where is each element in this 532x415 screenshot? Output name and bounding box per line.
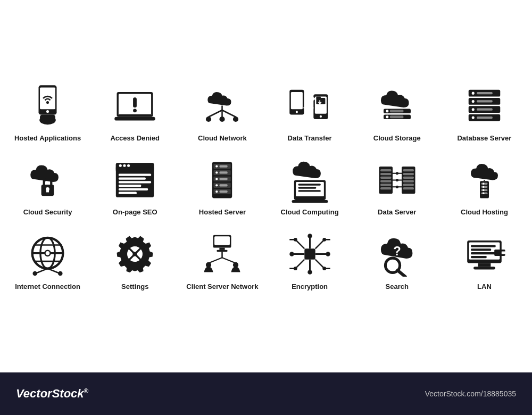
svg-point-17 xyxy=(233,117,238,122)
svg-rect-86 xyxy=(380,173,391,175)
svg-point-23 xyxy=(319,115,321,118)
search-icon: ? xyxy=(373,230,421,278)
svg-point-30 xyxy=(386,110,388,112)
svg-line-157 xyxy=(397,270,405,277)
data-transfer-icon xyxy=(286,82,334,130)
svg-rect-87 xyxy=(380,176,391,178)
svg-rect-52 xyxy=(119,173,151,176)
svg-rect-160 xyxy=(478,263,491,267)
svg-rect-127 xyxy=(220,248,225,250)
svg-point-100 xyxy=(396,172,398,175)
svg-rect-5 xyxy=(40,115,55,120)
svg-point-102 xyxy=(396,185,398,188)
icon-item-data-transfer: Data Transfer xyxy=(268,78,352,147)
svg-rect-57 xyxy=(119,192,137,194)
cloud-computing-label: Cloud Computing xyxy=(281,208,339,217)
svg-point-31 xyxy=(386,115,388,118)
svg-rect-95 xyxy=(403,184,413,186)
svg-rect-94 xyxy=(403,180,413,182)
cloud-storage-icon xyxy=(373,82,421,130)
cloud-security-label: Cloud Security xyxy=(23,208,72,217)
svg-rect-51 xyxy=(116,167,154,171)
search-label: Search xyxy=(386,283,409,291)
svg-point-40 xyxy=(472,108,475,111)
icon-item-database-server: Database Server xyxy=(442,78,527,147)
svg-rect-89 xyxy=(380,184,391,186)
svg-rect-33 xyxy=(390,115,404,118)
svg-point-110 xyxy=(483,186,484,187)
svg-rect-85 xyxy=(380,169,391,171)
svg-rect-19 xyxy=(290,92,302,109)
svg-rect-166 xyxy=(471,252,496,254)
svg-point-39 xyxy=(472,100,475,103)
svg-rect-164 xyxy=(471,245,496,247)
main-content: Hosted Applications Access Denied xyxy=(0,0,532,372)
svg-point-3 xyxy=(46,101,49,104)
icon-item-access-denied: Access Denied xyxy=(93,78,177,147)
data-server-label: Data Server xyxy=(378,208,416,217)
svg-point-58 xyxy=(119,164,122,167)
svg-rect-54 xyxy=(119,181,151,183)
svg-point-124 xyxy=(132,252,137,257)
svg-point-143 xyxy=(307,234,312,239)
hosted-applications-label: Hosted Applications xyxy=(14,134,81,143)
footer-logo: VectorStock® xyxy=(16,387,88,401)
icon-item-cloud-hosting: Cloud Hosting xyxy=(442,152,527,221)
icon-item-cloud-storage: Cloud Storage xyxy=(355,78,439,147)
svg-rect-126 xyxy=(214,237,230,245)
icon-item-encryption: Encryption xyxy=(268,226,352,295)
footer-bar: VectorStock® VectorStock.com/18885035 xyxy=(0,372,532,415)
svg-rect-9 xyxy=(133,97,137,107)
svg-point-120 xyxy=(33,271,37,276)
svg-rect-72 xyxy=(220,165,228,167)
svg-rect-80 xyxy=(298,184,321,185)
icon-item-lan: LAN xyxy=(442,226,527,295)
svg-line-130 xyxy=(209,258,222,263)
icon-grid: Hosted Applications Access Denied xyxy=(5,78,527,295)
data-server-icon xyxy=(373,156,421,204)
encryption-icon xyxy=(286,230,334,278)
hosted-applications-icon xyxy=(24,82,72,130)
lan-label: LAN xyxy=(477,283,492,291)
svg-rect-167 xyxy=(471,256,487,258)
svg-point-10 xyxy=(133,109,137,113)
settings-label: Settings xyxy=(121,283,148,291)
svg-line-14 xyxy=(222,110,236,117)
svg-point-111 xyxy=(483,189,484,190)
client-server-network-label: Client Server Network xyxy=(186,283,258,291)
svg-point-60 xyxy=(127,164,130,167)
svg-point-121 xyxy=(58,271,63,276)
on-page-seo-label: On-page SEO xyxy=(113,208,157,217)
svg-rect-91 xyxy=(403,169,413,171)
icon-item-cloud-security: Cloud Security xyxy=(5,152,90,221)
svg-point-41 xyxy=(472,117,475,119)
svg-rect-56 xyxy=(119,188,148,190)
svg-rect-42 xyxy=(477,92,493,94)
footer-url: VectorStock.com/18885035 xyxy=(425,389,516,398)
svg-rect-76 xyxy=(220,190,228,193)
internet-connection-icon xyxy=(24,230,72,278)
svg-point-122 xyxy=(45,251,50,256)
svg-line-139 xyxy=(295,240,304,249)
svg-text:?: ? xyxy=(393,244,401,258)
svg-rect-90 xyxy=(380,187,391,189)
svg-rect-53 xyxy=(119,177,146,179)
cloud-computing-icon xyxy=(286,156,334,204)
icon-item-internet-connection: Internet Connection xyxy=(5,226,90,295)
cloud-hosting-icon xyxy=(460,156,508,204)
client-server-network-icon xyxy=(198,230,246,278)
svg-rect-165 xyxy=(471,249,491,251)
svg-line-141 xyxy=(315,240,324,249)
svg-line-140 xyxy=(315,260,324,269)
svg-line-131 xyxy=(222,258,236,263)
svg-rect-44 xyxy=(477,109,493,111)
cloud-network-label: Cloud Network xyxy=(198,134,247,143)
data-transfer-label: Data Transfer xyxy=(288,134,332,143)
svg-point-69 xyxy=(216,178,218,180)
svg-point-59 xyxy=(123,164,126,167)
svg-rect-48 xyxy=(46,189,49,192)
svg-line-142 xyxy=(295,260,304,269)
svg-point-20 xyxy=(295,111,297,113)
icon-item-on-page-seo: On-page SEO xyxy=(93,152,177,221)
svg-point-15 xyxy=(206,117,211,122)
